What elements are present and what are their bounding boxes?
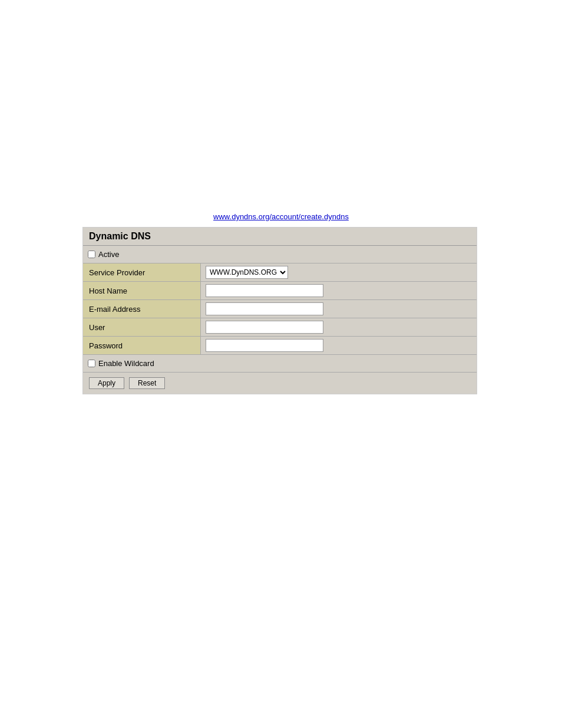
- service-provider-value: WWW.DynDNS.ORGWWW.TZO.COMWWW.dhs.org: [201, 263, 477, 281]
- reset-button[interactable]: Reset: [129, 377, 165, 389]
- password-label: Password: [83, 337, 201, 354]
- active-row: Active: [83, 246, 477, 263]
- user-row: User: [83, 318, 477, 337]
- password-row: Password: [83, 337, 477, 355]
- email-address-value: [201, 300, 477, 318]
- user-input[interactable]: [206, 321, 323, 334]
- host-name-value: [201, 282, 477, 299]
- page-container: www.dyndns.org/account/create.dyndns Dyn…: [0, 0, 562, 728]
- buttons-row: Apply Reset: [83, 373, 477, 394]
- dyndns-link[interactable]: www.dyndns.org/account/create.dyndns: [213, 212, 349, 221]
- user-value: [201, 318, 477, 336]
- service-provider-row: Service Provider WWW.DynDNS.ORGWWW.TZO.C…: [83, 263, 477, 282]
- service-provider-label: Service Provider: [83, 263, 201, 281]
- email-address-row: E-mail Address: [83, 300, 477, 318]
- link-area: www.dyndns.org/account/create.dyndns: [12, 212, 550, 221]
- host-name-row: Host Name: [83, 282, 477, 300]
- apply-button[interactable]: Apply: [89, 377, 124, 389]
- dns-panel: Dynamic DNS Active Service Provider WWW.…: [82, 227, 477, 394]
- dns-title: Dynamic DNS: [83, 228, 477, 246]
- password-value: [201, 337, 477, 354]
- enable-wildcard-row: Enable Wildcard: [83, 355, 477, 373]
- email-address-label: E-mail Address: [83, 300, 201, 318]
- enable-wildcard-label[interactable]: Enable Wildcard: [88, 359, 154, 368]
- user-label: User: [83, 318, 201, 336]
- password-input[interactable]: [206, 339, 323, 352]
- email-address-input[interactable]: [206, 302, 323, 315]
- active-checkbox[interactable]: [88, 251, 95, 258]
- active-label[interactable]: Active: [88, 250, 119, 259]
- host-name-label: Host Name: [83, 282, 201, 299]
- service-provider-select[interactable]: WWW.DynDNS.ORGWWW.TZO.COMWWW.dhs.org: [206, 266, 288, 279]
- host-name-input[interactable]: [206, 284, 323, 297]
- enable-wildcard-checkbox[interactable]: [88, 360, 95, 367]
